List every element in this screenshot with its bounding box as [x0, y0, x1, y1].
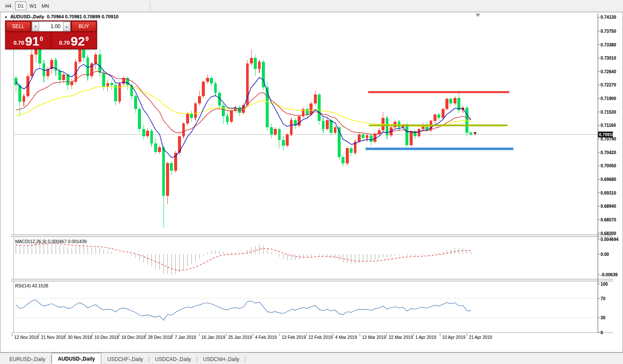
sell-price-fraction: 0: [40, 35, 43, 42]
sell-price-display[interactable]: 0.70 91 0: [6, 32, 51, 49]
oneclick-collapse-icon[interactable]: ▲: [4, 15, 8, 19]
date-axis-label: 4 Feb 2019: [255, 335, 277, 340]
price-axis-label: 0.70790: [600, 137, 616, 141]
price-axis-label: 0.69680: [600, 177, 616, 182]
date-axis-label: 10 Apr 2019: [442, 335, 465, 340]
volume-input[interactable]: 1.00: [39, 22, 63, 31]
timeframe-toolbar: H4 D1 W1 MN: [0, 0, 623, 12]
date-axis-label: 1 Apr 2019: [415, 335, 436, 340]
price-axis-label: 0.72640: [600, 69, 616, 74]
macd-label: MACD(12,26,9) 0.000467 0.001439: [15, 239, 86, 244]
chart-tabs-bar: EURUSD-,Daily AUDUSD-,Daily USDCHF-,Dail…: [0, 353, 623, 364]
date-axis-label: 21 Nov 2018: [41, 335, 66, 340]
volume-stepper: ▼ 1.00 ▲: [32, 21, 71, 32]
date-axis-label: 30 Nov 2018: [68, 335, 92, 340]
rsi-axis-label: 0: [600, 330, 603, 335]
date-axis-label: 22 Feb 2019: [308, 335, 333, 340]
buy-button[interactable]: BUY: [72, 21, 96, 32]
tab-usdcnh-daily[interactable]: USDCNH-,Daily: [197, 354, 245, 364]
rsi-axis-label: 30: [600, 315, 606, 320]
buy-price-display[interactable]: 0.70 92 9: [52, 32, 96, 49]
price-axis-label: 0.71530: [600, 110, 616, 115]
price-axis-label: 0.71160: [600, 123, 616, 128]
price-axis-label: 0.68940: [600, 204, 616, 209]
timeframe-button-mn[interactable]: MN: [40, 1, 51, 10]
candlestick-chart-canvas[interactable]: 0.741300.737500.733800.730100.726400.722…: [0, 12, 623, 353]
tab-audusd-daily[interactable]: AUDUSD-,Daily: [52, 353, 101, 364]
price-axis-label: 0.73750: [600, 29, 616, 34]
price-axis-label: 0.73380: [600, 43, 616, 47]
chart-ohlc-values: 0.70964 0.70981 0.70899 0.70910: [47, 14, 118, 19]
volume-decrease-icon[interactable]: ▼: [32, 22, 39, 31]
date-axis-label: 22 Mar 2019: [389, 335, 413, 340]
date-axis-label: 19 Dec 2018: [121, 335, 146, 340]
date-axis-label: 21 Apr 2019: [469, 335, 492, 340]
price-axis-label: 0.69310: [600, 191, 616, 195]
buy-price-fraction: 9: [85, 35, 89, 42]
price-axis-label: 0.72270: [600, 83, 616, 88]
macd-axis-label: -0.00639: [600, 272, 617, 277]
price-axis-label: 0.68570: [600, 218, 616, 222]
buy-price-base: 0.70: [59, 40, 70, 46]
macd-axis-label: 0.004694: [600, 237, 619, 242]
sell-price-pips: 91: [25, 35, 39, 47]
chart-title: ▲ AUDUSD-,Daily 0.70964 0.70981 0.70899 …: [4, 14, 118, 19]
price-axis-label: 0.70050: [600, 163, 616, 168]
volume-increase-icon[interactable]: ▲: [63, 22, 70, 31]
one-click-trading-panel: SELL ▼ 1.00 ▲ BUY 0.70 91 0 0.70 92 9: [5, 20, 97, 49]
sell-price-base: 0.70: [14, 40, 24, 46]
tab-usdchf-daily[interactable]: USDCHF-,Daily: [101, 354, 149, 364]
price-axis-label: 0.68200: [600, 231, 616, 236]
tab-usdcad-daily[interactable]: USDCAD-,Daily: [149, 354, 197, 364]
macd-axis-label: 0.00: [600, 252, 609, 257]
sell-button[interactable]: SELL: [6, 21, 31, 32]
buy-price-pips: 92: [71, 35, 85, 47]
rsi-axis-label: 70: [600, 296, 606, 301]
price-axis-label: 0.70420: [600, 150, 616, 155]
svg-text:0.70910: 0.70910: [599, 132, 614, 137]
date-axis-label: 16 Jan 2019: [201, 335, 225, 340]
timeframe-button-d1[interactable]: D1: [15, 1, 26, 10]
date-axis-label: 28 Dec 2018: [148, 335, 172, 340]
date-axis-label: 12 Nov 2018: [14, 335, 39, 340]
date-axis-label: 7 Jan 2019: [175, 335, 196, 340]
date-axis-label: 13 Mar 2019: [362, 335, 386, 340]
chart-window: 0.741300.737500.733800.730100.726400.722…: [0, 12, 623, 353]
tab-eurusd-daily[interactable]: EURUSD-,Daily: [3, 354, 52, 364]
date-axis-label: 13 Feb 2019: [281, 335, 306, 340]
rsi-axis-label: 100: [600, 282, 608, 287]
rsi-label: RSI(14) 43.1528: [15, 283, 48, 288]
toolbar-separator: [150, 2, 150, 10]
price-axis-label: 0.73010: [600, 56, 616, 60]
timeframe-button-w1[interactable]: W1: [27, 1, 39, 10]
price-axis-label: 0.71900: [600, 96, 616, 101]
date-axis-label: 4 Mar 2019: [335, 335, 357, 340]
date-axis-label: 10 Dec 2018: [95, 335, 119, 340]
chart-symbol-label: AUDUSD-,Daily: [10, 14, 44, 19]
timeframe-button-h4[interactable]: H4: [3, 1, 14, 10]
price-axis-label: 0.74130: [600, 15, 616, 20]
date-axis-label: 25 Jan 2019: [228, 335, 252, 340]
